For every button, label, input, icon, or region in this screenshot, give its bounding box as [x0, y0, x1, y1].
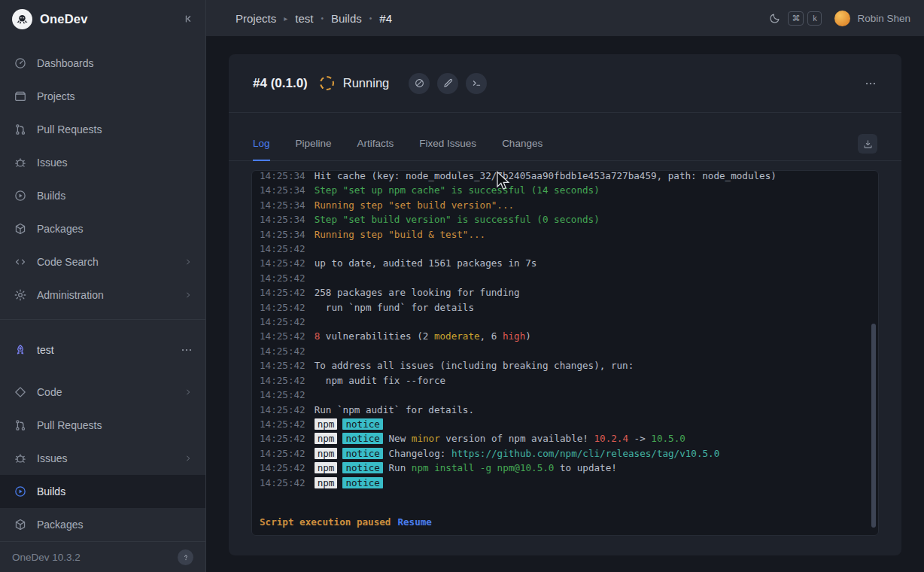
breadcrumb-item-builds[interactable]: Builds [331, 12, 362, 25]
help-button[interactable] [178, 549, 193, 565]
log-content: 8 vulnerabilities (2 moderate, 6 high) [315, 329, 531, 343]
sidebar-project-nav: CodePull RequestsIssuesBuildsPackages [0, 367, 205, 541]
notice-badge: notice [342, 433, 383, 444]
log-content: Running step "build & test"... [315, 227, 485, 242]
log-segment: moderate [434, 330, 480, 342]
builds-icon [14, 485, 27, 498]
log-line: 14:25:34Running step "set build version"… [260, 198, 871, 212]
sidebar-divider [0, 319, 205, 320]
issues-icon [14, 156, 27, 169]
sidebar-item-code[interactable]: Code [0, 376, 205, 409]
log-segment: Running step "build & test"... [315, 229, 485, 240]
tab-artifacts[interactable]: Artifacts [357, 138, 394, 160]
log-timestamp: 14:25:42 [260, 431, 305, 446]
dark-mode-toggle[interactable] [768, 12, 781, 25]
log-line: 14:25:34Step "set up npm cache" is succe… [260, 183, 871, 197]
sidebar-item-code-search[interactable]: Code Search [0, 245, 205, 278]
sidebar-item-administration[interactable]: Administration [0, 278, 205, 312]
tab-pipeline[interactable]: Pipeline [296, 138, 332, 160]
log-scrollbar-thumb[interactable] [871, 324, 876, 528]
code-search-icon [14, 255, 27, 269]
app-name: OneDev [40, 12, 174, 26]
sidebar-item-label: Packages [37, 223, 193, 235]
log-content: npmnotice New minor version of npm avail… [315, 431, 685, 446]
user-avatar[interactable] [834, 11, 850, 26]
log-timestamp: 14:25:42 [260, 271, 305, 285]
sidebar-project-row[interactable]: test [0, 333, 205, 367]
pull-request-icon [14, 418, 27, 432]
sidebar-item-dashboards[interactable]: Dashboards [0, 47, 205, 80]
log-line: 14:25:42up to date, audited 1561 package… [260, 256, 871, 270]
log-timestamp: 14:25:42 [260, 373, 305, 388]
log-content: Step "set up npm cache" is successful (1… [315, 183, 600, 197]
log-content: Run `npm audit` for details. [315, 403, 474, 417]
sidebar-footer: OneDev 10.3.2 [0, 541, 205, 572]
app-version: OneDev 10.3.2 [12, 552, 81, 563]
build-actions [409, 73, 487, 94]
sidebar-item-builds[interactable]: Builds [0, 179, 205, 212]
notice-badge: notice [342, 477, 383, 488]
help-icon [181, 552, 191, 563]
sidebar-item-issues[interactable]: Issues [0, 146, 205, 179]
cancel-build-button[interactable] [409, 73, 430, 94]
keycap[interactable]: ⌘ [788, 11, 804, 26]
edit-build-button[interactable] [437, 73, 458, 94]
sidebar-item-label: Code Search [37, 256, 173, 268]
log-timestamp: 14:25:34 [260, 171, 305, 183]
user-name[interactable]: Robin Shen [857, 13, 910, 24]
build-log-panel: 14:25:34Hit cache (key: node_modules_32/… [251, 170, 879, 536]
sidebar-item-packages[interactable]: Packages [0, 508, 205, 541]
log-content: npmnotice Run npm install -g npm@10.5.0 … [315, 461, 617, 475]
tab-fixed-issues[interactable]: Fixed Issues [419, 138, 476, 160]
log-segment: Hit cache (key: node_modules_32/7b2405aa… [315, 171, 777, 181]
breadcrumb-item-test[interactable]: test [295, 12, 313, 25]
notice-badge: notice [342, 462, 383, 473]
sidebar-item-label: Issues [37, 157, 193, 169]
log-timestamp: 14:25:42 [260, 403, 305, 417]
sidebar-item-packages[interactable]: Packages [0, 212, 205, 245]
log-segment: npm install -g npm@10.5.0 [412, 462, 555, 473]
log-content: npmnotice [315, 476, 383, 490]
build-header: #4 (0.1.0) Running [229, 54, 901, 113]
log-segment: Step "set up npm cache" is successful (1… [315, 184, 600, 196]
sidebar-item-issues[interactable]: Issues [0, 442, 205, 475]
log-segment: high [503, 330, 525, 342]
npm-badge: npm [315, 418, 338, 430]
tab-changes[interactable]: Changes [502, 138, 543, 160]
log-timestamp: 14:25:42 [260, 285, 305, 300]
log-timestamp: 14:25:34 [260, 183, 305, 197]
sidebar-item-pull-requests[interactable]: Pull Requests [0, 409, 205, 442]
build-more-button[interactable] [864, 77, 877, 90]
sidebar-item-label: Code [37, 386, 173, 398]
log-segment: to update! [554, 462, 616, 473]
breadcrumb-separator: • [369, 14, 372, 23]
onedev-logo[interactable] [12, 9, 32, 29]
log-segment: minor [412, 433, 440, 444]
resume-link[interactable]: Resume [397, 516, 432, 528]
keycap[interactable]: k [807, 11, 822, 26]
log-segment: up to date, audited 1561 packages in 7s [315, 257, 537, 269]
log-timestamp: 14:25:42 [260, 344, 305, 358]
sidebar-item-builds[interactable]: Builds [0, 475, 205, 508]
build-tabs-row: LogPipelineArtifactsFixed IssuesChanges [229, 134, 901, 161]
web-terminal-button[interactable] [466, 73, 487, 94]
notice-badge: notice [342, 448, 383, 459]
tab-log[interactable]: Log [253, 138, 270, 160]
sidebar-item-label: Issues [37, 452, 173, 464]
log-timestamp: 14:25:42 [260, 388, 305, 402]
log-line: 14:25:42 npm audit fix --force [260, 373, 871, 388]
chevron-right-icon [183, 257, 193, 267]
sidebar-item-projects[interactable]: Projects [0, 80, 205, 113]
download-log-button[interactable] [858, 134, 877, 154]
log-line: 14:25:42 [260, 344, 871, 358]
log-status-bar: Script execution paused Resume [260, 516, 432, 528]
sidebar-item-pull-requests[interactable]: Pull Requests [0, 113, 205, 146]
sidebar-item-label: Administration [37, 289, 173, 301]
log-segment: version of npm available! [440, 433, 594, 444]
breadcrumb-item-projects[interactable]: Projects [236, 12, 276, 25]
packages-icon [14, 518, 27, 531]
collapse-sidebar-button[interactable] [181, 12, 195, 26]
log-timestamp: 14:25:42 [260, 300, 305, 315]
log-link[interactable]: https://github.com/npm/cli/releases/tag/… [451, 448, 719, 459]
project-more-button[interactable] [180, 343, 193, 357]
